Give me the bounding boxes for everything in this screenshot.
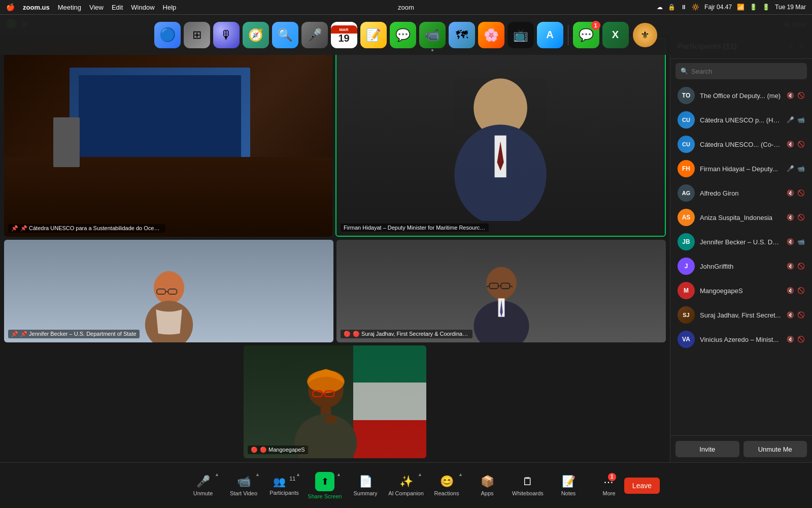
participant-item[interactable]: JJohnGriffith🔇🚫	[670, 254, 812, 278]
mic-control-icon[interactable]: 🔇	[787, 92, 794, 99]
cam-control-icon[interactable]: 🚫	[797, 141, 805, 148]
cam-control-icon[interactable]: 📹	[797, 165, 805, 172]
dock-tv[interactable]: 📺	[507, 22, 534, 48]
dock-photos[interactable]: 🌸	[478, 22, 504, 48]
cam-control-icon[interactable]: 🚫	[797, 189, 805, 197]
video-chevron[interactable]: ▲	[255, 472, 260, 477]
mic-control-icon[interactable]: 🎤	[787, 165, 794, 172]
participant-name: Cátedra UNESCO p... (Host)	[700, 116, 782, 124]
mic-control-icon[interactable]: 🔇	[787, 336, 794, 343]
dock-launchpad[interactable]: ⊞	[184, 22, 210, 48]
cam-control-icon[interactable]: 🚫	[797, 311, 805, 319]
dock-siri[interactable]: 🎙	[213, 22, 240, 48]
participant-controls: 🔇🚫	[787, 336, 805, 343]
ai-companion-button[interactable]: ✨ AI Companion ▲	[386, 468, 426, 503]
apps-button[interactable]: 📦 Apps	[467, 468, 507, 503]
mic-control-icon[interactable]: 🔇	[787, 311, 794, 319]
dock-excel[interactable]: X	[602, 22, 629, 48]
dock-facetime[interactable]: 📹	[419, 22, 446, 48]
menu-help[interactable]: Help	[163, 4, 177, 11]
participant-item[interactable]: ASAniza Suspita_Indonesia🔇🚫	[670, 205, 812, 230]
cam-control-icon[interactable]: 🚫	[797, 92, 805, 99]
reactions-button[interactable]: 😊 Reactions ▲	[426, 468, 467, 503]
video-label-2: Firman Hidayat – Deputy Minister for Mar…	[341, 224, 489, 232]
dock-messages[interactable]: 💬	[390, 22, 416, 48]
search-icon: 🔍	[681, 68, 688, 75]
cam-control-icon[interactable]: 🚫	[797, 287, 805, 294]
participants-button[interactable]: 👥 11 Participants ▲	[264, 468, 304, 503]
leave-button[interactable]: Leave	[624, 478, 660, 494]
mic-control-icon[interactable]: 🔇	[787, 141, 794, 148]
unmute-me-button[interactable]: Unmute Me	[743, 441, 807, 457]
menu-meeting[interactable]: Meeting	[58, 4, 81, 11]
start-video-button[interactable]: 📹 Start Video ▲	[223, 468, 264, 503]
invite-button[interactable]: Invite	[675, 441, 739, 457]
dock-maps[interactable]: 🗺	[449, 22, 475, 48]
apple-logo-icon[interactable]: 🍎	[6, 3, 15, 11]
search-box[interactable]: 🔍	[675, 63, 807, 79]
cam-control-icon[interactable]: 🚫	[797, 214, 805, 221]
cam-control-icon[interactable]: 🚫	[797, 263, 805, 270]
mic-control-icon[interactable]: 🔇	[787, 189, 794, 197]
dock-spotlight[interactable]: 🔍	[272, 22, 298, 48]
mic-control-icon[interactable]: 🔇	[787, 214, 794, 221]
participant-item[interactable]: VAVinicius Azeredo – Minist...🔇🚫	[670, 327, 812, 352]
participant-item[interactable]: FHFirman Hidayat – Deputy...🎤📹	[670, 156, 812, 181]
more-label: More	[602, 490, 615, 496]
video-row-1: 📌 📌 Cátedra UNESCO para a Sustentabilida…	[4, 38, 666, 237]
video-tile-4[interactable]: 🔴 🔴 Suraj Jadhav, First Secretary & Coor…	[336, 240, 666, 342]
participant-item[interactable]: AGAlfredo Giron🔇🚫	[670, 181, 812, 205]
dock-appstore[interactable]: A	[537, 22, 563, 48]
org-logo-icon: ⚜	[633, 23, 657, 47]
video-tile-2[interactable]: Firman Hidayat – Deputy Minister for Mar…	[335, 38, 666, 237]
participants-label: Participants	[269, 490, 298, 496]
video-label-4: 🔴 🔴 Suraj Jadhav, First Secretary & Coor…	[341, 330, 472, 338]
dock-voice[interactable]: 🎤	[301, 22, 328, 48]
participant-item[interactable]: CUCátedra UNESCO p... (Host)🎤📹	[670, 108, 812, 132]
mic-control-icon[interactable]: 🔇	[787, 238, 794, 245]
cam-control-icon[interactable]: 📹	[797, 116, 805, 123]
share-screen-button[interactable]: ⬆ Share Screen ▲	[304, 468, 345, 503]
mic-control-icon[interactable]: 🔇	[787, 287, 794, 294]
unmute-chevron[interactable]: ▲	[215, 472, 219, 477]
participants-chevron[interactable]: ▲	[296, 472, 300, 477]
reactions-chevron[interactable]: ▲	[458, 472, 463, 477]
dock-calendar[interactable]: MAR 19	[331, 22, 357, 48]
dock-safari[interactable]: 🧭	[243, 22, 269, 48]
more-button[interactable]: ··· 1 More	[589, 468, 629, 503]
ai-chevron[interactable]: ▲	[418, 472, 422, 477]
video-icon: 📹	[237, 475, 251, 488]
share-chevron[interactable]: ▲	[336, 472, 341, 477]
menubar-center-logo: zoom	[398, 4, 414, 11]
video-tile-5[interactable]: 🔴 🔴 MangoegapeS	[244, 345, 426, 458]
video-tile-3[interactable]: 📌 📌 Jennifer Becker – U.S. Department of…	[4, 240, 333, 342]
cam-control-icon[interactable]: 📹	[797, 238, 805, 245]
toolbar: 🎤 Unmute ▲ 📹 Start Video ▲ 👥 11 Particip…	[0, 462, 812, 508]
participant-item[interactable]: MMangoegapeS🔇🚫	[670, 278, 812, 303]
dock-finder[interactable]: 🔵	[154, 22, 181, 48]
participant-item[interactable]: JBJennifer Becker – U.S. De...🔇📹	[670, 230, 812, 254]
participant-item[interactable]: TOThe Office of Deputy... (me)🔇🚫	[670, 83, 812, 108]
summary-button[interactable]: 📄 Summary	[345, 468, 386, 503]
app-name[interactable]: zoom.us	[23, 4, 50, 11]
video-row-3: 🔴 🔴 MangoegapeS	[4, 345, 666, 458]
whiteboards-button[interactable]: 🗒 Whiteboards	[507, 468, 548, 503]
search-input[interactable]	[691, 68, 802, 75]
menu-view[interactable]: View	[89, 4, 104, 11]
participant-item[interactable]: SJSuraj Jadhav, First Secret...🔇🚫	[670, 303, 812, 327]
menu-window[interactable]: Window	[131, 4, 154, 11]
video-bg-1	[4, 38, 332, 237]
participant-controls: 🔇🚫	[787, 263, 805, 270]
participant-item[interactable]: CUCátedra UNESCO... (Co-host)🔇🚫	[670, 132, 812, 156]
cam-control-icon[interactable]: 🚫	[797, 336, 805, 343]
mic-control-icon[interactable]: 🎤	[787, 116, 794, 123]
video-bg-4	[336, 240, 666, 342]
menu-edit[interactable]: Edit	[112, 4, 123, 11]
video-tile-1[interactable]: 📌 📌 Cátedra UNESCO para a Sustentabilida…	[4, 38, 332, 237]
notes-button[interactable]: 📝 Notes	[548, 468, 589, 503]
dock-org[interactable]: ⚜ KEMENTERIAN KOORDINATOR BIDANG KEMARIT…	[632, 22, 658, 48]
unmute-button[interactable]: 🎤 Unmute ▲	[183, 468, 223, 503]
mic-control-icon[interactable]: 🔇	[787, 263, 794, 270]
dock-notes-app[interactable]: 📝	[360, 22, 387, 48]
dock-whatsapp[interactable]: 💬 1	[573, 22, 599, 48]
